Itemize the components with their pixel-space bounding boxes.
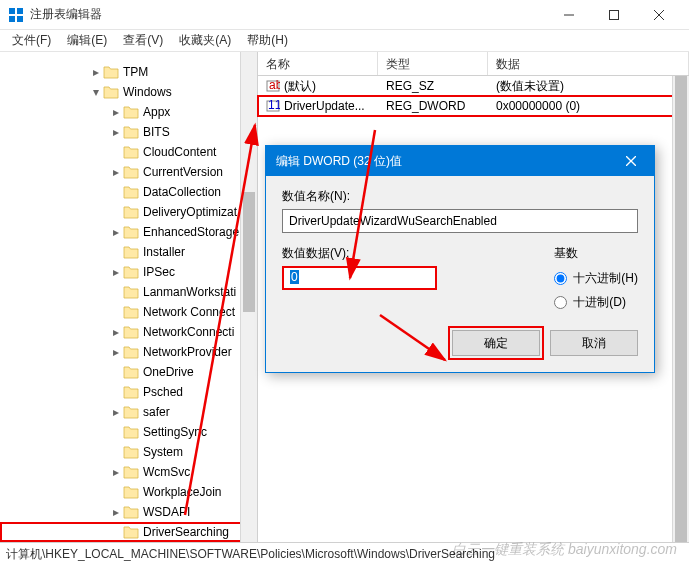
cell-name: DriverUpdate... [284, 99, 365, 113]
expand-icon[interactable] [110, 447, 121, 458]
value-name-label: 数值名称(N): [282, 188, 638, 205]
close-button[interactable] [636, 0, 681, 30]
watermark: 白云一键重装系统 baiyunxitong.com [452, 541, 677, 559]
expand-icon[interactable]: ▸ [90, 67, 101, 78]
menu-edit[interactable]: 编辑(E) [59, 30, 115, 51]
folder-icon [123, 525, 139, 539]
expand-icon[interactable]: ▸ [110, 167, 121, 178]
expand-icon[interactable] [110, 387, 121, 398]
tree-item-networkconnecti[interactable]: ▸NetworkConnecti [0, 322, 257, 342]
tree-item-enhancedstorage[interactable]: ▸EnhancedStorage [0, 222, 257, 242]
tree-vscroll[interactable] [240, 52, 257, 542]
radix-dec-radio[interactable]: 十进制(D) [554, 290, 638, 314]
expand-icon[interactable]: ▸ [110, 347, 121, 358]
tree-item-bits[interactable]: ▸BITS [0, 122, 257, 142]
expand-icon[interactable] [110, 487, 121, 498]
folder-icon [123, 465, 139, 479]
expand-icon[interactable] [110, 187, 121, 198]
expand-icon[interactable] [110, 367, 121, 378]
expand-icon[interactable] [110, 247, 121, 258]
expand-icon[interactable]: ▸ [110, 507, 121, 518]
value-name-input[interactable] [282, 209, 638, 233]
radix-hex-input[interactable] [554, 272, 567, 285]
tree-item-driversearching[interactable]: DriverSearching [0, 522, 257, 542]
tree-item-onedrive[interactable]: OneDrive [0, 362, 257, 382]
cancel-button[interactable]: 取消 [550, 330, 638, 356]
svg-rect-2 [9, 16, 15, 22]
list-row[interactable]: ab(默认)REG_SZ(数值未设置) [258, 76, 689, 96]
tree-item-label: BITS [143, 125, 170, 139]
tree-item-currentversion[interactable]: ▸CurrentVersion [0, 162, 257, 182]
tree-item-wsdapi[interactable]: ▸WSDAPI [0, 502, 257, 522]
expand-icon[interactable] [110, 527, 121, 538]
expand-icon[interactable]: ▸ [110, 267, 121, 278]
tree-item-appx[interactable]: ▸Appx [0, 102, 257, 122]
tree-item-windows[interactable]: ▾Windows [0, 82, 257, 102]
folder-icon [103, 65, 119, 79]
minimize-button[interactable] [546, 0, 591, 30]
tree-item-label: NetworkConnecti [143, 325, 234, 339]
folder-icon [123, 165, 139, 179]
tree-item-networkconnect[interactable]: Network Connect [0, 302, 257, 322]
radix-hex-radio[interactable]: 十六进制(H) [554, 266, 638, 290]
maximize-button[interactable] [591, 0, 636, 30]
tree-item-psched[interactable]: Psched [0, 382, 257, 402]
folder-icon [123, 105, 139, 119]
expand-icon[interactable]: ▸ [110, 467, 121, 478]
tree-item-label: safer [143, 405, 170, 419]
expand-icon[interactable]: ▸ [110, 107, 121, 118]
dialog-titlebar[interactable]: 编辑 DWORD (32 位)值 [266, 146, 654, 176]
menu-favorites[interactable]: 收藏夹(A) [171, 30, 239, 51]
col-header-data[interactable]: 数据 [488, 52, 689, 75]
tree-item-lanmanworkstati[interactable]: LanmanWorkstati [0, 282, 257, 302]
col-header-name[interactable]: 名称 [258, 52, 378, 75]
list-header: 名称 类型 数据 [258, 52, 689, 76]
expand-icon[interactable]: ▸ [110, 127, 121, 138]
tree-item-workplacejoin[interactable]: WorkplaceJoin [0, 482, 257, 502]
window-title: 注册表编辑器 [30, 6, 546, 23]
menu-help[interactable]: 帮助(H) [239, 30, 296, 51]
expand-icon[interactable]: ▸ [110, 327, 121, 338]
menu-file[interactable]: 文件(F) [4, 30, 59, 51]
app-icon [8, 7, 24, 23]
expand-icon[interactable]: ▸ [110, 407, 121, 418]
expand-icon[interactable]: ▾ [90, 87, 101, 98]
tree-item-label: IPSec [143, 265, 175, 279]
expand-icon[interactable] [110, 147, 121, 158]
tree-item-safer[interactable]: ▸safer [0, 402, 257, 422]
ok-button[interactable]: 确定 [452, 330, 540, 356]
tree-item-ipsec[interactable]: ▸IPSec [0, 262, 257, 282]
tree-item-label: WorkplaceJoin [143, 485, 221, 499]
tree-item-tpm[interactable]: ▸TPM [0, 62, 257, 82]
tree-item-datacollection[interactable]: DataCollection [0, 182, 257, 202]
tree-item-settingsync[interactable]: SettingSync [0, 422, 257, 442]
cell-data: (数值未设置) [488, 76, 689, 97]
expand-icon[interactable]: ▸ [110, 227, 121, 238]
cell-name: (默认) [284, 78, 316, 95]
tree-item-networkprovider[interactable]: ▸NetworkProvider [0, 342, 257, 362]
tree-item-deliveryoptimizat[interactable]: DeliveryOptimizat [0, 202, 257, 222]
tree-item-cloudcontent[interactable]: CloudContent [0, 142, 257, 162]
tree-item-system[interactable]: System [0, 442, 257, 462]
radix-dec-input[interactable] [554, 296, 567, 309]
tree-item-installer[interactable]: Installer [0, 242, 257, 262]
dialog-close-button[interactable] [618, 148, 644, 174]
value-data-input[interactable]: 0 [282, 266, 437, 290]
menu-view[interactable]: 查看(V) [115, 30, 171, 51]
expand-icon[interactable] [110, 287, 121, 298]
folder-icon [123, 485, 139, 499]
dword-value-icon: 110 [266, 99, 280, 113]
dialog-title-text: 编辑 DWORD (32 位)值 [276, 153, 618, 170]
expand-icon[interactable] [110, 307, 121, 318]
tree-item-wcmsvc[interactable]: ▸WcmSvc [0, 462, 257, 482]
folder-icon [123, 345, 139, 359]
expand-icon[interactable] [110, 427, 121, 438]
col-header-type[interactable]: 类型 [378, 52, 488, 75]
svg-rect-3 [17, 16, 23, 22]
folder-icon [123, 185, 139, 199]
svg-text:110: 110 [268, 99, 280, 112]
expand-icon[interactable] [110, 207, 121, 218]
list-row[interactable]: 110DriverUpdate...REG_DWORD0x00000000 (0… [258, 96, 689, 116]
tree-item-label: WSDAPI [143, 505, 190, 519]
list-vscroll[interactable] [672, 76, 689, 542]
